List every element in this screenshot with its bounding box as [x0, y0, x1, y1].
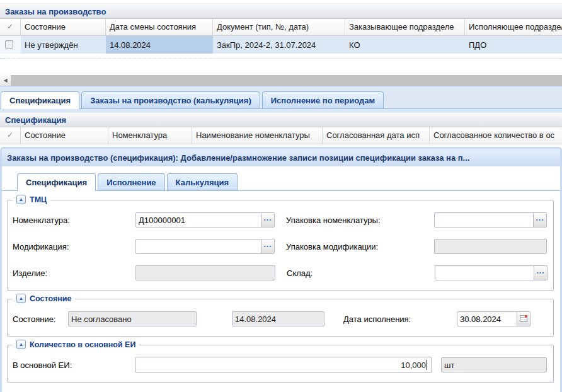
pack-mod-input-disabled — [434, 239, 547, 254]
collapse-button[interactable]: ▲ — [16, 340, 26, 349]
text-cursor — [427, 360, 427, 370]
dialog-tab-execution[interactable]: Исполнение — [98, 173, 164, 190]
nomenclature-lookup-button[interactable]: ... — [261, 212, 275, 228]
column-header-executing-dept[interactable]: Исполняющее подраздел — [465, 19, 562, 35]
tab-specification[interactable]: Спецификация — [1, 91, 79, 109]
check-icon: ✓ — [7, 130, 13, 139]
column-header-state[interactable]: Состояние — [21, 19, 106, 35]
dialog-body: Спецификация Исполнение Калькуляция ▲ ТМ… — [2, 173, 560, 383]
product-label: Изделие: — [13, 268, 135, 278]
dialog-tab-strip: Спецификация Исполнение Калькуляция — [2, 173, 560, 191]
dialog-tab-calculation[interactable]: Калькуляция — [167, 173, 238, 190]
tab-orders-calculation[interactable]: Заказы на производство (калькуляция) — [81, 91, 260, 108]
form-row: Модификация: ... Упаковка модификации: — [13, 238, 548, 255]
dialog-tab-specification[interactable]: Спецификация — [17, 173, 96, 191]
cell-document[interactable]: ЗакПр, 2024-2, 31.07.2024 — [213, 36, 345, 54]
main-tab-strip: Спецификация Заказы на производство (кал… — [0, 86, 562, 109]
check-column-header[interactable]: ✓ — [0, 19, 21, 35]
column-header-ordering-dept[interactable]: Заказывающее подразделе — [345, 19, 465, 35]
nomenclature-input[interactable] — [135, 212, 261, 228]
modification-lookup-button[interactable]: ... — [261, 239, 275, 254]
collapse-button[interactable]: ▲ — [16, 195, 26, 204]
form-row: В основной ЕИ: 10,000 — [13, 357, 548, 373]
fieldset-state-legend: ▲ Состояние — [13, 294, 75, 303]
state-input-disabled — [68, 311, 197, 326]
collapse-icon: ▲ — [19, 296, 24, 301]
check-icon: ✓ — [7, 22, 13, 31]
spec-column-agreed-qty[interactable]: Согласованное количество в ос — [430, 127, 562, 144]
row-checkbox[interactable] — [5, 40, 13, 49]
exec-date-label: Дата исполнения: — [343, 314, 457, 324]
unit-input-disabled — [441, 357, 547, 372]
calendar-icon — [520, 314, 528, 323]
column-header-document[interactable]: Документ (тип, №, дата) — [213, 19, 345, 35]
scroll-left-button[interactable]: ◀ — [0, 75, 11, 86]
form-row: Изделие: Склад: ... — [13, 265, 548, 281]
base-unit-qty-input[interactable]: 10,000 — [135, 357, 432, 373]
spec-panel-title: Спецификация — [5, 115, 66, 125]
add-record-dialog: Заказы на производство (спецификация): Д… — [0, 147, 562, 392]
modification-input[interactable] — [135, 239, 261, 254]
pack-nom-input[interactable] — [434, 212, 534, 228]
fieldset-tmc-title: ТМЦ — [30, 195, 47, 204]
orders-table-row[interactable]: Не утверждён 14.08.2024 ЗакПр, 2024-2, 3… — [0, 36, 562, 54]
orders-panel-title: Заказы на производство — [5, 7, 106, 16]
orders-panel-header: Заказы на производство — [0, 3, 562, 19]
date-picker-button[interactable] — [517, 311, 530, 326]
collapse-button[interactable]: ▲ — [16, 294, 26, 303]
spec-column-nomenclature[interactable]: Номенклатура — [108, 127, 192, 144]
state-label: Состояние: — [13, 314, 68, 324]
spec-grid-header: ✓ Состояние Номенклатура Наименование но… — [0, 127, 562, 144]
tab-execution-by-periods[interactable]: Исполнение по периодам — [262, 91, 384, 108]
fieldset-tmc-legend: ▲ ТМЦ — [13, 195, 50, 204]
orders-grid-header: ✓ Состояние Дата смены состояния Докумен… — [0, 19, 562, 36]
product-input-disabled — [135, 265, 275, 280]
warehouse-label: Склад: — [287, 268, 435, 278]
cell-ordering-dept[interactable]: КО — [345, 36, 465, 54]
base-unit-qty-label: В основной ЕИ: — [13, 360, 135, 370]
dialog-title: Заказы на производство (спецификация): Д… — [2, 149, 560, 166]
exec-date-input[interactable] — [457, 311, 517, 326]
fieldset-state-title: Состояние — [30, 294, 71, 303]
spec-column-name[interactable]: Наименование номенклатуры — [192, 127, 323, 144]
modification-label: Модификация: — [13, 242, 135, 251]
collapse-icon: ▲ — [19, 342, 24, 347]
spec-panel-header: Спецификация — [0, 112, 562, 127]
warehouse-lookup-button[interactable]: ... — [534, 265, 548, 280]
scrollbar-thumb[interactable] — [11, 75, 562, 86]
app-screen: Заказы на производство ✓ Состояние Дата … — [0, 0, 562, 392]
pack-mod-label: Упаковка модификации: — [286, 242, 434, 251]
column-header-state-date[interactable]: Дата смены состояния — [106, 19, 213, 35]
fieldset-tmc: ▲ ТМЦ Номенклатура: ... Упаковка номенкл… — [7, 200, 554, 291]
form-row: Состояние: Дата исполнения: — [13, 311, 548, 327]
fieldset-quantity-legend: ▲ Количество в основной ЕИ — [13, 340, 139, 349]
warehouse-input[interactable] — [435, 265, 534, 280]
cell-state[interactable]: Не утверждён — [21, 36, 106, 54]
state-date-input-disabled — [232, 311, 324, 326]
fieldset-state: ▲ Состояние Состояние: Дата исполнения: — [7, 299, 554, 337]
qty-value: 10,000 — [401, 360, 426, 370]
spec-column-state[interactable]: Состояние — [21, 127, 108, 144]
grid-bottom-gap — [0, 54, 562, 75]
nomenclature-label: Номенклатура: — [13, 216, 135, 225]
spec-column-agreed-date[interactable]: Согласованная дата исп — [323, 127, 430, 144]
cell-state-date-selected[interactable]: 14.08.2024 — [106, 36, 213, 54]
fieldset-quantity-title: Количество в основной ЕИ — [30, 340, 135, 349]
form-row: Номенклатура: ... Упаковка номенклатуры:… — [13, 212, 548, 228]
horizontal-scrollbar[interactable]: ◀ — [0, 75, 562, 86]
pack-nom-label: Упаковка номенклатуры: — [286, 216, 434, 225]
cell-executing-dept[interactable]: ПДО — [465, 36, 562, 54]
spec-check-column-header[interactable]: ✓ — [0, 127, 21, 144]
collapse-icon: ▲ — [19, 197, 24, 202]
scroll-left-icon: ◀ — [3, 78, 7, 83]
fieldset-quantity: ▲ Количество в основной ЕИ В основной ЕИ… — [7, 345, 554, 383]
row-check-cell[interactable] — [0, 36, 21, 54]
pack-nom-lookup-button[interactable]: ... — [534, 212, 547, 228]
